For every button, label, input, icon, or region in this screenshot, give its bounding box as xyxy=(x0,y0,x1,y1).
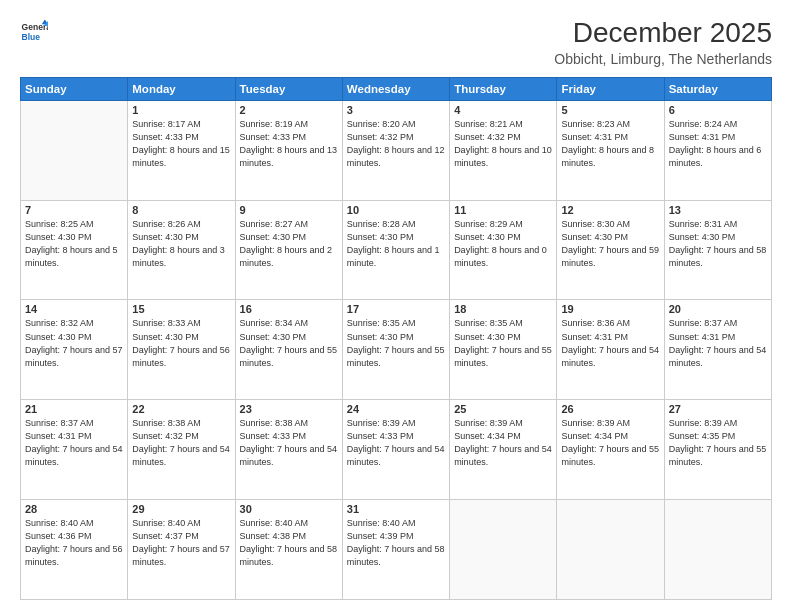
day-info: Sunrise: 8:39 AM Sunset: 4:34 PM Dayligh… xyxy=(561,417,659,469)
table-row: 4Sunrise: 8:21 AM Sunset: 4:32 PM Daylig… xyxy=(450,100,557,200)
table-row: 20Sunrise: 8:37 AM Sunset: 4:31 PM Dayli… xyxy=(664,300,771,400)
calendar-week-row: 28Sunrise: 8:40 AM Sunset: 4:36 PM Dayli… xyxy=(21,500,772,600)
calendar-week-row: 21Sunrise: 8:37 AM Sunset: 4:31 PM Dayli… xyxy=(21,400,772,500)
day-number: 23 xyxy=(240,403,338,415)
col-saturday: Saturday xyxy=(664,77,771,100)
day-number: 2 xyxy=(240,104,338,116)
day-info: Sunrise: 8:21 AM Sunset: 4:32 PM Dayligh… xyxy=(454,118,552,170)
col-thursday: Thursday xyxy=(450,77,557,100)
day-info: Sunrise: 8:23 AM Sunset: 4:31 PM Dayligh… xyxy=(561,118,659,170)
day-number: 18 xyxy=(454,303,552,315)
day-info: Sunrise: 8:36 AM Sunset: 4:31 PM Dayligh… xyxy=(561,317,659,369)
day-number: 14 xyxy=(25,303,123,315)
table-row: 26Sunrise: 8:39 AM Sunset: 4:34 PM Dayli… xyxy=(557,400,664,500)
table-row: 23Sunrise: 8:38 AM Sunset: 4:33 PM Dayli… xyxy=(235,400,342,500)
day-number: 19 xyxy=(561,303,659,315)
col-sunday: Sunday xyxy=(21,77,128,100)
table-row: 31Sunrise: 8:40 AM Sunset: 4:39 PM Dayli… xyxy=(342,500,449,600)
day-info: Sunrise: 8:38 AM Sunset: 4:33 PM Dayligh… xyxy=(240,417,338,469)
col-wednesday: Wednesday xyxy=(342,77,449,100)
day-number: 21 xyxy=(25,403,123,415)
day-number: 11 xyxy=(454,204,552,216)
calendar-week-row: 14Sunrise: 8:32 AM Sunset: 4:30 PM Dayli… xyxy=(21,300,772,400)
logo-icon: General Blue xyxy=(20,18,48,46)
day-info: Sunrise: 8:19 AM Sunset: 4:33 PM Dayligh… xyxy=(240,118,338,170)
day-info: Sunrise: 8:35 AM Sunset: 4:30 PM Dayligh… xyxy=(454,317,552,369)
table-row: 15Sunrise: 8:33 AM Sunset: 4:30 PM Dayli… xyxy=(128,300,235,400)
day-info: Sunrise: 8:35 AM Sunset: 4:30 PM Dayligh… xyxy=(347,317,445,369)
table-row: 13Sunrise: 8:31 AM Sunset: 4:30 PM Dayli… xyxy=(664,200,771,300)
day-number: 4 xyxy=(454,104,552,116)
table-row: 28Sunrise: 8:40 AM Sunset: 4:36 PM Dayli… xyxy=(21,500,128,600)
day-number: 17 xyxy=(347,303,445,315)
day-number: 1 xyxy=(132,104,230,116)
day-number: 29 xyxy=(132,503,230,515)
day-number: 22 xyxy=(132,403,230,415)
day-number: 28 xyxy=(25,503,123,515)
table-row: 19Sunrise: 8:36 AM Sunset: 4:31 PM Dayli… xyxy=(557,300,664,400)
day-number: 27 xyxy=(669,403,767,415)
day-number: 26 xyxy=(561,403,659,415)
day-number: 13 xyxy=(669,204,767,216)
day-number: 3 xyxy=(347,104,445,116)
col-tuesday: Tuesday xyxy=(235,77,342,100)
table-row: 22Sunrise: 8:38 AM Sunset: 4:32 PM Dayli… xyxy=(128,400,235,500)
day-number: 6 xyxy=(669,104,767,116)
table-row: 5Sunrise: 8:23 AM Sunset: 4:31 PM Daylig… xyxy=(557,100,664,200)
day-info: Sunrise: 8:40 AM Sunset: 4:37 PM Dayligh… xyxy=(132,517,230,569)
table-row: 1Sunrise: 8:17 AM Sunset: 4:33 PM Daylig… xyxy=(128,100,235,200)
table-row xyxy=(557,500,664,600)
day-info: Sunrise: 8:39 AM Sunset: 4:33 PM Dayligh… xyxy=(347,417,445,469)
calendar-week-row: 1Sunrise: 8:17 AM Sunset: 4:33 PM Daylig… xyxy=(21,100,772,200)
table-row: 3Sunrise: 8:20 AM Sunset: 4:32 PM Daylig… xyxy=(342,100,449,200)
day-info: Sunrise: 8:39 AM Sunset: 4:35 PM Dayligh… xyxy=(669,417,767,469)
calendar-header-row: Sunday Monday Tuesday Wednesday Thursday… xyxy=(21,77,772,100)
day-number: 12 xyxy=(561,204,659,216)
table-row: 18Sunrise: 8:35 AM Sunset: 4:30 PM Dayli… xyxy=(450,300,557,400)
day-info: Sunrise: 8:31 AM Sunset: 4:30 PM Dayligh… xyxy=(669,218,767,270)
day-info: Sunrise: 8:34 AM Sunset: 4:30 PM Dayligh… xyxy=(240,317,338,369)
day-info: Sunrise: 8:40 AM Sunset: 4:38 PM Dayligh… xyxy=(240,517,338,569)
day-info: Sunrise: 8:38 AM Sunset: 4:32 PM Dayligh… xyxy=(132,417,230,469)
day-info: Sunrise: 8:26 AM Sunset: 4:30 PM Dayligh… xyxy=(132,218,230,270)
table-row: 16Sunrise: 8:34 AM Sunset: 4:30 PM Dayli… xyxy=(235,300,342,400)
day-number: 24 xyxy=(347,403,445,415)
col-friday: Friday xyxy=(557,77,664,100)
day-info: Sunrise: 8:33 AM Sunset: 4:30 PM Dayligh… xyxy=(132,317,230,369)
day-number: 31 xyxy=(347,503,445,515)
day-info: Sunrise: 8:27 AM Sunset: 4:30 PM Dayligh… xyxy=(240,218,338,270)
calendar-week-row: 7Sunrise: 8:25 AM Sunset: 4:30 PM Daylig… xyxy=(21,200,772,300)
table-row: 11Sunrise: 8:29 AM Sunset: 4:30 PM Dayli… xyxy=(450,200,557,300)
table-row: 12Sunrise: 8:30 AM Sunset: 4:30 PM Dayli… xyxy=(557,200,664,300)
table-row: 25Sunrise: 8:39 AM Sunset: 4:34 PM Dayli… xyxy=(450,400,557,500)
table-row: 17Sunrise: 8:35 AM Sunset: 4:30 PM Dayli… xyxy=(342,300,449,400)
header: General Blue December 2025 Obbicht, Limb… xyxy=(20,18,772,67)
day-info: Sunrise: 8:30 AM Sunset: 4:30 PM Dayligh… xyxy=(561,218,659,270)
day-info: Sunrise: 8:17 AM Sunset: 4:33 PM Dayligh… xyxy=(132,118,230,170)
day-info: Sunrise: 8:39 AM Sunset: 4:34 PM Dayligh… xyxy=(454,417,552,469)
table-row: 24Sunrise: 8:39 AM Sunset: 4:33 PM Dayli… xyxy=(342,400,449,500)
svg-text:Blue: Blue xyxy=(22,32,41,42)
day-info: Sunrise: 8:28 AM Sunset: 4:30 PM Dayligh… xyxy=(347,218,445,270)
col-monday: Monday xyxy=(128,77,235,100)
day-info: Sunrise: 8:20 AM Sunset: 4:32 PM Dayligh… xyxy=(347,118,445,170)
table-row: 7Sunrise: 8:25 AM Sunset: 4:30 PM Daylig… xyxy=(21,200,128,300)
table-row: 21Sunrise: 8:37 AM Sunset: 4:31 PM Dayli… xyxy=(21,400,128,500)
day-number: 10 xyxy=(347,204,445,216)
title-block: December 2025 Obbicht, Limburg, The Neth… xyxy=(554,18,772,67)
day-info: Sunrise: 8:25 AM Sunset: 4:30 PM Dayligh… xyxy=(25,218,123,270)
day-number: 25 xyxy=(454,403,552,415)
table-row: 27Sunrise: 8:39 AM Sunset: 4:35 PM Dayli… xyxy=(664,400,771,500)
day-number: 15 xyxy=(132,303,230,315)
table-row xyxy=(21,100,128,200)
table-row: 8Sunrise: 8:26 AM Sunset: 4:30 PM Daylig… xyxy=(128,200,235,300)
table-row: 29Sunrise: 8:40 AM Sunset: 4:37 PM Dayli… xyxy=(128,500,235,600)
day-number: 30 xyxy=(240,503,338,515)
day-number: 9 xyxy=(240,204,338,216)
table-row: 6Sunrise: 8:24 AM Sunset: 4:31 PM Daylig… xyxy=(664,100,771,200)
calendar: Sunday Monday Tuesday Wednesday Thursday… xyxy=(20,77,772,600)
table-row xyxy=(450,500,557,600)
day-number: 5 xyxy=(561,104,659,116)
table-row: 9Sunrise: 8:27 AM Sunset: 4:30 PM Daylig… xyxy=(235,200,342,300)
day-number: 8 xyxy=(132,204,230,216)
